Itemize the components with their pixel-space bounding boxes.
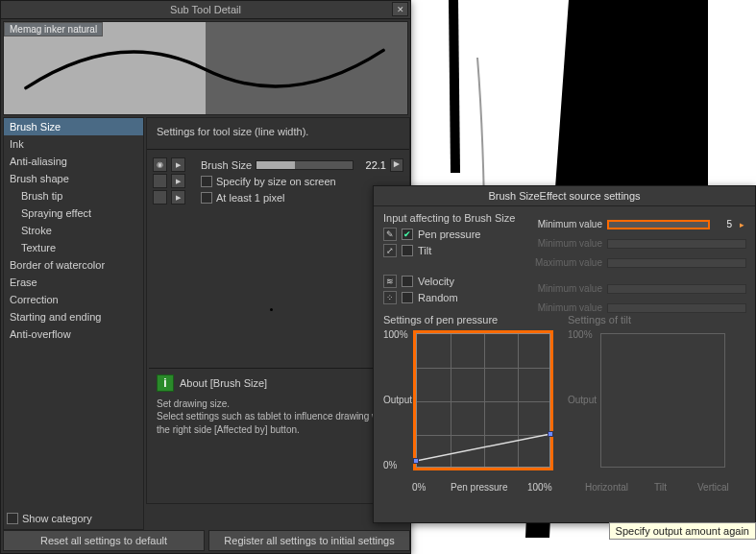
tilt-x-t: Tilt [654, 482, 667, 493]
show-category-row[interactable]: Show category [7, 513, 92, 524]
pen-pressure-label: Pen pressure [418, 229, 480, 240]
tilt-y-output: Output [568, 395, 597, 405]
sidebar-item-brush-shape[interactable]: Brush shape [4, 170, 143, 187]
brush-size-value: 22.1 [357, 159, 386, 171]
random-icon: ⁘ [383, 291, 397, 304]
settings-panel: Settings for tool size (line width). Bru… [146, 117, 410, 504]
random-checkbox[interactable] [402, 292, 413, 303]
min-value-slider-4 [607, 303, 746, 313]
min-value-slider-3 [607, 284, 746, 294]
close-icon[interactable] [392, 2, 408, 16]
min-value-label-0: Minimum value [527, 219, 602, 229]
info-icon: i [157, 374, 174, 392]
about-text-2: Select settings such as tablet to influe… [157, 410, 402, 436]
settings-description: Settings for tool size (line width). [147, 118, 409, 149]
expand-toggle-icon[interactable] [171, 157, 185, 172]
sidebar-item-correction[interactable]: Correction [4, 291, 143, 308]
tilt-checkbox[interactable] [402, 245, 413, 256]
velocity-label: Velocity [418, 276, 454, 287]
row-toggle-icon[interactable] [153, 190, 167, 205]
sidebar-item-brush-size[interactable]: Brush Size [4, 118, 143, 135]
sidebar-item-texture[interactable]: Texture [4, 239, 143, 256]
show-category-label: Show category [22, 513, 92, 524]
sidebar-item-spraying-effect[interactable]: Spraying effect [4, 205, 143, 222]
sidebar-item-starting-ending[interactable]: Starting and ending [4, 308, 143, 325]
effect-sliders: Minimum value 5 Minimum value Maximum va… [527, 213, 746, 319]
curve-y-100: 100% [383, 329, 408, 340]
min-value-slider-0[interactable] [607, 220, 710, 229]
pen-pressure-curve-block: Settings of pen pressure 100% Output 0% [383, 314, 556, 493]
sidebar-item-brush-tip[interactable]: Brush tip [4, 187, 143, 205]
curve-x-100: 100% [527, 482, 552, 493]
at-least-1-pixel-checkbox[interactable] [201, 192, 212, 204]
tooltip: Specify output amount again [609, 522, 756, 540]
at-least-1-pixel-label: At least 1 pixel [216, 192, 285, 204]
pen-pressure-checkbox[interactable] [402, 229, 413, 240]
tilt-y-100: 100% [568, 329, 593, 340]
velocity-icon: ≋ [383, 275, 397, 288]
velocity-checkbox[interactable] [402, 276, 413, 287]
min-value-label-1: Minimum value [527, 238, 602, 249]
max-value-label-2: Maximum value [527, 257, 602, 268]
tilt-curve [600, 333, 725, 468]
about-title: About [Brush Size] [180, 377, 267, 389]
curve-y-output: Output [383, 395, 412, 405]
sidebar-item-stroke[interactable]: Stroke [4, 222, 143, 239]
tilt-icon: ⤢ [383, 244, 397, 257]
tilt-x-v: Vertical [697, 482, 729, 493]
sidebar-item-erase[interactable]: Erase [4, 274, 143, 291]
window-title: Sub Tool Detail [170, 4, 241, 15]
visibility-toggle-icon[interactable] [153, 157, 167, 172]
curve-x-label: Pen pressure [451, 482, 507, 493]
tilt-label: Tilt [418, 245, 431, 256]
effect-source-dialog: Brush SizeEffect source settings Input a… [373, 185, 756, 523]
pen-pressure-icon: ✎ [383, 228, 397, 241]
show-category-checkbox[interactable] [7, 513, 18, 524]
brush-size-label: Brush Size [201, 159, 252, 171]
curve-y-0: 0% [383, 460, 397, 470]
specify-by-size-checkbox[interactable] [201, 176, 212, 187]
category-sidebar: Brush Size Ink Anti-aliasing Brush shape… [3, 117, 144, 530]
curve-handle-start[interactable] [413, 458, 419, 464]
curve-x-0: 0% [412, 482, 426, 493]
random-label: Random [418, 292, 458, 303]
sub-tool-detail-dialog: Sub Tool Detail Memag inker natural Brus… [0, 0, 411, 554]
row-toggle-icon[interactable] [153, 174, 167, 188]
row-expand-icon[interactable] [171, 190, 185, 205]
pen-pressure-curve[interactable] [416, 333, 550, 468]
brush-size-slider[interactable] [256, 160, 354, 170]
min-value-slider-1 [607, 239, 746, 249]
sidebar-item-anti-aliasing[interactable]: Anti-aliasing [4, 153, 143, 170]
brush-size-arrow-icon[interactable] [390, 158, 403, 172]
titlebar[interactable]: Sub Tool Detail [1, 1, 410, 19]
reset-button[interactable]: Reset all settings to default [3, 530, 205, 551]
tilt-x-h: Horizontal [585, 482, 628, 493]
about-text-1: Set drawing size. [157, 397, 402, 411]
min-value-0: 5 [715, 219, 732, 229]
brush-preview-dot [270, 308, 273, 311]
register-button[interactable]: Register all settings to initial setting… [208, 530, 410, 551]
sidebar-item-border-watercolor[interactable]: Border of watercolor [4, 256, 143, 274]
effect-dialog-title: Brush SizeEffect source settings [374, 186, 755, 206]
about-box: i About [Brush Size] Set drawing size. S… [149, 368, 409, 446]
curve-handle-end[interactable] [548, 431, 553, 437]
min-value-label-4: Minimum value [527, 302, 602, 313]
sidebar-item-ink[interactable]: Ink [4, 135, 143, 153]
slider-arrow-icon[interactable] [737, 220, 746, 229]
max-value-slider-2 [607, 258, 746, 268]
row-expand-icon[interactable] [171, 174, 185, 188]
brush-name-tag: Memag inker natural [4, 22, 103, 36]
sidebar-item-anti-overflow[interactable]: Anti-overflow [4, 325, 143, 343]
min-value-label-3: Minimum value [527, 283, 602, 294]
tilt-curve-block: Settings of tilt 100% Output Horizontal … [568, 314, 731, 493]
specify-by-size-label: Specify by size on screen [216, 176, 336, 187]
